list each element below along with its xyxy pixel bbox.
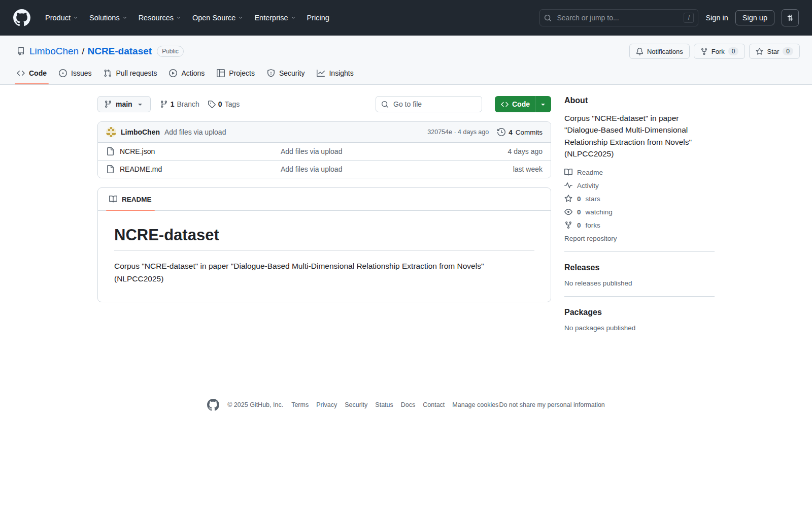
fork-icon — [700, 48, 708, 55]
nav-resources[interactable]: Resources — [133, 10, 187, 26]
footer-contact-link[interactable]: Contact — [423, 401, 445, 408]
triangle-down-icon — [136, 100, 144, 108]
releases-empty-text: No releases published — [564, 279, 715, 287]
tab-actions[interactable]: Actions — [165, 66, 209, 84]
sliders-icon — [786, 14, 794, 22]
nav-open-source[interactable]: Open Source — [187, 10, 249, 26]
triangle-down-icon — [539, 100, 547, 108]
star-count: 0 — [783, 47, 793, 55]
breadcrumb-separator: / — [82, 46, 84, 57]
repo-header: LimboChen / NCRE-dataset Public Notifica… — [0, 36, 812, 85]
activity-link[interactable]: Activity — [564, 180, 715, 191]
fork-count: 0 — [728, 47, 739, 55]
file-commit-message-link[interactable]: Add files via upload — [281, 147, 508, 155]
file-link[interactable]: README.md — [120, 165, 162, 173]
file-commit-message-link[interactable]: Add files via upload — [281, 165, 513, 173]
table-icon — [217, 69, 225, 77]
repo-name-link[interactable]: NCRE-dataset — [87, 46, 152, 57]
packages-section: Packages No packages published — [564, 296, 715, 332]
notifications-button[interactable]: Notifications — [629, 44, 690, 59]
site-header: Product Solutions Resources Open Source … — [0, 0, 812, 36]
github-logo-icon — [207, 399, 219, 411]
file-link[interactable]: NCRE.json — [120, 147, 155, 155]
file-toolbar: main 1 Branch 0 Tags — [97, 96, 551, 112]
avatar[interactable] — [106, 127, 116, 137]
table-row: README.md Add files via upload last week — [98, 160, 551, 178]
global-search-input[interactable] — [556, 13, 680, 22]
copyright-text: © 2025 GitHub, Inc. — [227, 401, 283, 408]
footer-security-link[interactable]: Security — [345, 401, 367, 408]
commit-message-link[interactable]: Add files via upload — [164, 128, 226, 136]
code-icon — [501, 101, 509, 108]
footer-docs-link[interactable]: Docs — [401, 401, 415, 408]
tab-code[interactable]: Code — [13, 66, 51, 84]
eye-icon — [564, 208, 572, 216]
readme-paragraph: Corpus "NCRE-dataset" in paper "Dialogue… — [114, 260, 534, 285]
readme-heading: NCRE-dataset — [114, 226, 534, 251]
tab-projects[interactable]: Projects — [213, 66, 259, 84]
releases-title: Releases — [564, 263, 715, 272]
releases-section: Releases No releases published — [564, 251, 715, 287]
repo-owner-link[interactable]: LimboChen — [29, 46, 79, 57]
branches-link[interactable]: 1 Branch — [160, 100, 199, 108]
commit-author-link[interactable]: LimboChen — [121, 128, 160, 136]
code-icon — [17, 69, 25, 77]
forks-link[interactable]: 0 forks — [564, 219, 715, 231]
global-search[interactable]: / — [539, 9, 698, 26]
repo-tab-nav: Code Issues Pull requests Actions Projec… — [0, 59, 812, 84]
search-icon — [381, 101, 389, 108]
go-to-file-field[interactable] — [376, 96, 482, 112]
chevron-down-icon — [176, 15, 181, 20]
footer-status-link[interactable]: Status — [375, 401, 393, 408]
tab-readme[interactable]: README — [102, 188, 159, 210]
tab-pull-requests[interactable]: Pull requests — [99, 66, 161, 84]
repo-icon — [17, 47, 25, 55]
tab-issues[interactable]: Issues — [55, 66, 95, 84]
tab-insights[interactable]: Insights — [313, 66, 357, 84]
stars-link[interactable]: 0 stars — [564, 193, 715, 204]
readme-link[interactable]: Readme — [564, 167, 715, 178]
footer-links: Terms Privacy Security Status Docs Conta… — [291, 401, 605, 408]
sign-up-button[interactable]: Sign up — [735, 10, 774, 25]
watching-link[interactable]: 0 watching — [564, 206, 715, 217]
breadcrumb: LimboChen / NCRE-dataset — [29, 46, 152, 57]
shield-icon — [267, 69, 275, 77]
main-content: main 1 Branch 0 Tags — [81, 85, 731, 332]
code-dropdown-button[interactable]: Code — [495, 96, 551, 112]
search-icon — [544, 14, 552, 22]
file-age: last week — [513, 165, 543, 173]
commit-sha-time[interactable]: 320754e · 4 days ago — [427, 129, 489, 136]
git-branch-icon — [160, 100, 168, 108]
nav-pricing[interactable]: Pricing — [301, 10, 335, 26]
appearance-settings-button[interactable] — [782, 9, 799, 26]
go-to-file-input[interactable] — [392, 100, 477, 109]
packages-empty-text: No packages published — [564, 324, 715, 332]
graph-icon — [317, 69, 325, 77]
tab-security[interactable]: Security — [263, 66, 309, 84]
book-icon — [109, 195, 117, 203]
sign-in-link[interactable]: Sign in — [705, 14, 728, 22]
footer-terms-link[interactable]: Terms — [291, 401, 309, 408]
play-icon — [169, 69, 177, 77]
star-button[interactable]: Star 0 — [749, 44, 800, 59]
nav-enterprise[interactable]: Enterprise — [249, 10, 301, 26]
footer-do-not-share-link[interactable]: Do not share my personal information — [499, 401, 604, 408]
report-repository-link[interactable]: Report repository — [564, 235, 617, 242]
file-browser: LimboChen Add files via upload 320754e ·… — [97, 121, 551, 178]
footer-privacy-link[interactable]: Privacy — [316, 401, 337, 408]
github-logo-icon[interactable] — [13, 9, 30, 26]
nav-solutions[interactable]: Solutions — [84, 10, 133, 26]
about-description: Corpus "NCRE-dataset" in paper "Dialogue… — [564, 112, 715, 160]
footer-manage-cookies-link[interactable]: Manage cookies — [452, 401, 498, 408]
star-icon — [756, 48, 763, 55]
nav-product[interactable]: Product — [40, 10, 84, 26]
commit-history-link[interactable]: 4 Commits — [497, 128, 543, 136]
issue-opened-icon — [59, 69, 67, 77]
branch-selector-button[interactable]: main — [97, 96, 151, 112]
book-icon — [564, 168, 572, 176]
site-footer: © 2025 GitHub, Inc. Terms Privacy Securi… — [0, 399, 812, 411]
tags-link[interactable]: 0 Tags — [208, 100, 240, 108]
primary-nav: Product Solutions Resources Open Source … — [40, 10, 335, 26]
fork-button[interactable]: Fork 0 — [694, 44, 746, 59]
repo-meta-list: Readme Activity 0 stars 0 watching 0 for… — [564, 167, 715, 231]
